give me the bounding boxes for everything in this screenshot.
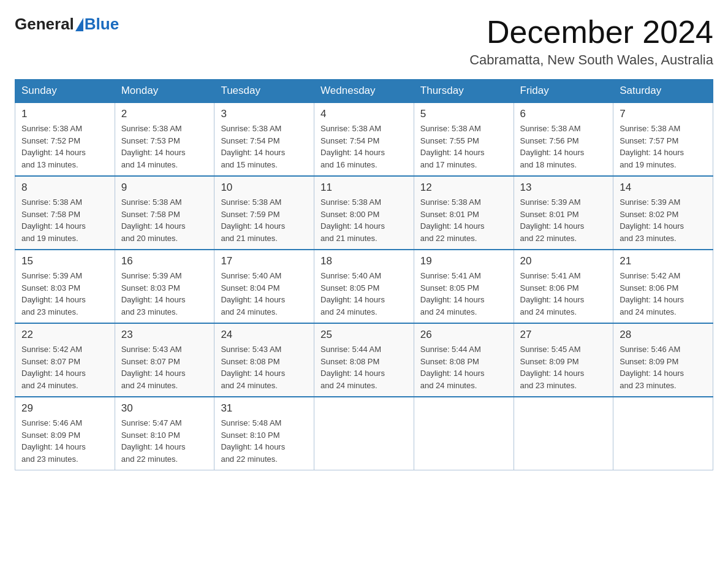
table-row: 25Sunrise: 5:44 AMSunset: 8:08 PMDayligh…: [314, 323, 414, 397]
day-number: 8: [21, 182, 108, 194]
table-row: 18Sunrise: 5:40 AMSunset: 8:05 PMDayligh…: [314, 250, 414, 323]
day-number: 11: [320, 182, 408, 194]
table-row: 21Sunrise: 5:42 AMSunset: 8:06 PMDayligh…: [613, 250, 713, 323]
header-row: Sunday Monday Tuesday Wednesday Thursday…: [15, 80, 713, 103]
day-info: Sunrise: 5:38 AMSunset: 7:56 PMDaylight:…: [520, 123, 607, 170]
table-row: 14Sunrise: 5:39 AMSunset: 8:02 PMDayligh…: [613, 176, 713, 250]
day-info: Sunrise: 5:39 AMSunset: 8:03 PMDaylight:…: [21, 270, 108, 318]
day-number: 12: [420, 182, 507, 194]
table-row: 19Sunrise: 5:41 AMSunset: 8:05 PMDayligh…: [414, 250, 514, 323]
day-number: 16: [121, 255, 208, 267]
day-number: 10: [221, 182, 308, 194]
day-info: Sunrise: 5:42 AMSunset: 8:06 PMDaylight:…: [620, 270, 707, 318]
day-number: 3: [221, 108, 308, 120]
logo-blue-text: Blue: [85, 15, 119, 34]
table-row: 5Sunrise: 5:38 AMSunset: 7:55 PMDaylight…: [414, 102, 514, 176]
table-row: 13Sunrise: 5:39 AMSunset: 8:01 PMDayligh…: [514, 176, 613, 250]
col-friday: Friday: [514, 80, 613, 103]
col-tuesday: Tuesday: [214, 80, 314, 103]
table-row: [414, 397, 514, 470]
title-area: December 2024 Cabramatta, New South Wale…: [469, 15, 713, 68]
table-row: 8Sunrise: 5:38 AMSunset: 7:58 PMDaylight…: [15, 176, 115, 250]
day-info: Sunrise: 5:42 AMSunset: 8:07 PMDaylight:…: [21, 343, 108, 391]
calendar-week-row: 15Sunrise: 5:39 AMSunset: 8:03 PMDayligh…: [15, 250, 713, 323]
day-info: Sunrise: 5:38 AMSunset: 8:01 PMDaylight:…: [420, 196, 507, 244]
day-number: 28: [620, 329, 707, 341]
day-number: 17: [221, 255, 308, 267]
day-info: Sunrise: 5:43 AMSunset: 8:08 PMDaylight:…: [221, 343, 308, 391]
day-number: 9: [121, 182, 208, 194]
day-number: 15: [21, 255, 108, 267]
day-number: 7: [620, 108, 707, 120]
table-row: 17Sunrise: 5:40 AMSunset: 8:04 PMDayligh…: [214, 250, 314, 323]
table-row: 16Sunrise: 5:39 AMSunset: 8:03 PMDayligh…: [115, 250, 214, 323]
day-number: 21: [620, 255, 707, 267]
table-row: 20Sunrise: 5:41 AMSunset: 8:06 PMDayligh…: [514, 250, 613, 323]
day-info: Sunrise: 5:41 AMSunset: 8:05 PMDaylight:…: [420, 270, 507, 318]
day-info: Sunrise: 5:40 AMSunset: 8:05 PMDaylight:…: [320, 270, 408, 318]
day-number: 18: [320, 255, 408, 267]
day-number: 5: [420, 108, 507, 120]
table-row: 28Sunrise: 5:46 AMSunset: 8:09 PMDayligh…: [613, 323, 713, 397]
day-info: Sunrise: 5:38 AMSunset: 7:53 PMDaylight:…: [121, 123, 208, 170]
table-row: 31Sunrise: 5:48 AMSunset: 8:10 PMDayligh…: [214, 397, 314, 470]
calendar-week-row: 29Sunrise: 5:46 AMSunset: 8:09 PMDayligh…: [15, 397, 713, 470]
table-row: 2Sunrise: 5:38 AMSunset: 7:53 PMDaylight…: [115, 102, 214, 176]
day-info: Sunrise: 5:38 AMSunset: 7:54 PMDaylight:…: [320, 123, 408, 170]
table-row: 22Sunrise: 5:42 AMSunset: 8:07 PMDayligh…: [15, 323, 115, 397]
day-info: Sunrise: 5:38 AMSunset: 8:00 PMDaylight:…: [320, 196, 408, 244]
col-saturday: Saturday: [613, 80, 713, 103]
day-info: Sunrise: 5:44 AMSunset: 8:08 PMDaylight:…: [320, 343, 408, 391]
day-info: Sunrise: 5:41 AMSunset: 8:06 PMDaylight:…: [520, 270, 607, 318]
day-number: 20: [520, 255, 607, 267]
day-info: Sunrise: 5:44 AMSunset: 8:08 PMDaylight:…: [420, 343, 507, 391]
day-number: 25: [320, 329, 408, 341]
table-row: 27Sunrise: 5:45 AMSunset: 8:09 PMDayligh…: [514, 323, 613, 397]
col-thursday: Thursday: [414, 80, 514, 103]
table-row: [314, 397, 414, 470]
day-info: Sunrise: 5:43 AMSunset: 8:07 PMDaylight:…: [121, 343, 208, 391]
day-number: 19: [420, 255, 507, 267]
day-info: Sunrise: 5:38 AMSunset: 7:58 PMDaylight:…: [21, 196, 108, 244]
table-row: 7Sunrise: 5:38 AMSunset: 7:57 PMDaylight…: [613, 102, 713, 176]
day-info: Sunrise: 5:38 AMSunset: 7:58 PMDaylight:…: [121, 196, 208, 244]
day-number: 29: [21, 402, 108, 415]
day-number: 13: [520, 182, 607, 194]
day-number: 26: [420, 329, 507, 341]
day-number: 1: [21, 108, 108, 120]
col-sunday: Sunday: [15, 80, 115, 103]
logo-general-text: General: [15, 15, 74, 34]
day-info: Sunrise: 5:38 AMSunset: 7:57 PMDaylight:…: [620, 123, 707, 170]
logo-triangle-icon: [75, 18, 83, 31]
day-info: Sunrise: 5:39 AMSunset: 8:03 PMDaylight:…: [121, 270, 208, 318]
table-row: 6Sunrise: 5:38 AMSunset: 7:56 PMDaylight…: [514, 102, 613, 176]
day-number: 30: [121, 402, 208, 415]
day-info: Sunrise: 5:38 AMSunset: 7:59 PMDaylight:…: [221, 196, 308, 244]
calendar-table: Sunday Monday Tuesday Wednesday Thursday…: [15, 79, 713, 470]
table-row: 30Sunrise: 5:47 AMSunset: 8:10 PMDayligh…: [115, 397, 214, 470]
day-info: Sunrise: 5:40 AMSunset: 8:04 PMDaylight:…: [221, 270, 308, 318]
table-row: 4Sunrise: 5:38 AMSunset: 7:54 PMDaylight…: [314, 102, 414, 176]
table-row: 11Sunrise: 5:38 AMSunset: 8:00 PMDayligh…: [314, 176, 414, 250]
table-row: 29Sunrise: 5:46 AMSunset: 8:09 PMDayligh…: [15, 397, 115, 470]
table-row: [613, 397, 713, 470]
table-row: 9Sunrise: 5:38 AMSunset: 7:58 PMDaylight…: [115, 176, 214, 250]
table-row: 24Sunrise: 5:43 AMSunset: 8:08 PMDayligh…: [214, 323, 314, 397]
day-info: Sunrise: 5:38 AMSunset: 7:54 PMDaylight:…: [221, 123, 308, 170]
day-number: 22: [21, 329, 108, 341]
day-info: Sunrise: 5:38 AMSunset: 7:55 PMDaylight:…: [420, 123, 507, 170]
day-number: 4: [320, 108, 408, 120]
day-number: 23: [121, 329, 208, 341]
day-number: 2: [121, 108, 208, 120]
calendar-week-row: 22Sunrise: 5:42 AMSunset: 8:07 PMDayligh…: [15, 323, 713, 397]
day-number: 27: [520, 329, 607, 341]
table-row: 23Sunrise: 5:43 AMSunset: 8:07 PMDayligh…: [115, 323, 214, 397]
day-info: Sunrise: 5:46 AMSunset: 8:09 PMDaylight:…: [21, 417, 108, 465]
table-row: 1Sunrise: 5:38 AMSunset: 7:52 PMDaylight…: [15, 102, 115, 176]
calendar-title: December 2024: [469, 15, 713, 50]
table-row: 10Sunrise: 5:38 AMSunset: 7:59 PMDayligh…: [214, 176, 314, 250]
day-info: Sunrise: 5:39 AMSunset: 8:02 PMDaylight:…: [620, 196, 707, 244]
header: General Blue December 2024 Cabramatta, N…: [15, 15, 713, 68]
day-number: 14: [620, 182, 707, 194]
table-row: 26Sunrise: 5:44 AMSunset: 8:08 PMDayligh…: [414, 323, 514, 397]
